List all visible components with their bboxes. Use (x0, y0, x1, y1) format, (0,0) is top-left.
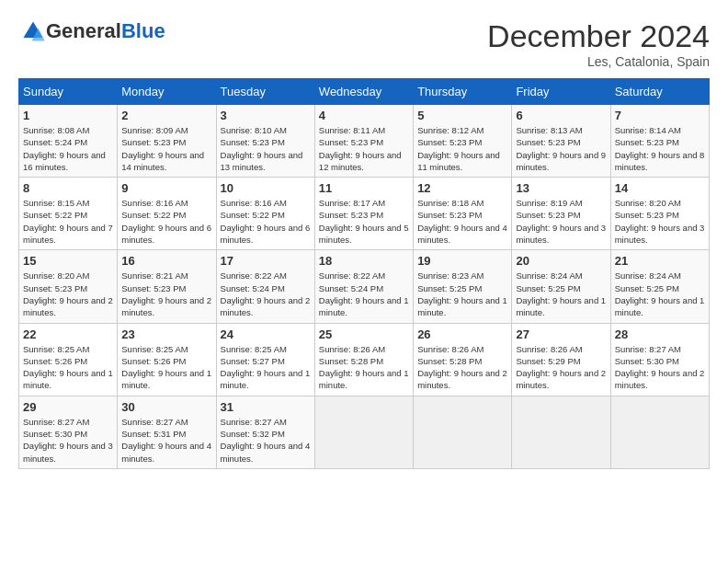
weekday-header-monday: Monday (118, 79, 216, 105)
day-info: Sunrise: 8:21 AM Sunset: 5:23 PM Dayligh… (121, 270, 211, 318)
calendar-cell: 16Sunrise: 8:21 AM Sunset: 5:23 PM Dayli… (118, 250, 216, 323)
calendar-cell: 7Sunrise: 8:14 AM Sunset: 5:23 PM Daylig… (610, 105, 709, 178)
calendar-cell: 26Sunrise: 8:26 AM Sunset: 5:28 PM Dayli… (414, 323, 512, 396)
day-number: 10 (221, 181, 311, 195)
calendar-cell: 29Sunrise: 8:27 AM Sunset: 5:30 PM Dayli… (19, 396, 118, 468)
calendar-cell: 24Sunrise: 8:25 AM Sunset: 5:27 PM Dayli… (216, 323, 314, 396)
calendar-cell: 10Sunrise: 8:16 AM Sunset: 5:22 PM Dayli… (216, 178, 314, 250)
calendar-cell: 12Sunrise: 8:18 AM Sunset: 5:23 PM Dayli… (414, 178, 512, 250)
calendar-cell: 9Sunrise: 8:16 AM Sunset: 5:22 PM Daylig… (118, 178, 216, 250)
calendar-cell: 14Sunrise: 8:20 AM Sunset: 5:23 PM Dayli… (610, 178, 709, 250)
logo: GeneralBlue (18, 18, 165, 44)
calendar-week-row: 15Sunrise: 8:20 AM Sunset: 5:23 PM Dayli… (19, 250, 710, 323)
calendar-cell: 2Sunrise: 8:09 AM Sunset: 5:23 PM Daylig… (118, 105, 216, 178)
day-number: 20 (516, 254, 606, 268)
day-number: 29 (23, 400, 113, 414)
calendar-cell: 13Sunrise: 8:19 AM Sunset: 5:23 PM Dayli… (512, 178, 610, 250)
day-number: 9 (121, 181, 211, 195)
day-info: Sunrise: 8:16 AM Sunset: 5:22 PM Dayligh… (221, 197, 311, 246)
day-number: 7 (615, 109, 705, 122)
day-info: Sunrise: 8:10 AM Sunset: 5:23 PM Dayligh… (221, 124, 311, 173)
calendar-cell: 6Sunrise: 8:13 AM Sunset: 5:23 PM Daylig… (512, 105, 610, 178)
day-number: 31 (221, 400, 311, 414)
day-info: Sunrise: 8:25 AM Sunset: 5:26 PM Dayligh… (23, 343, 113, 392)
day-number: 26 (417, 327, 507, 341)
calendar-cell: 15Sunrise: 8:20 AM Sunset: 5:23 PM Dayli… (19, 250, 118, 323)
day-info: Sunrise: 8:26 AM Sunset: 5:29 PM Dayligh… (516, 343, 606, 392)
day-info: Sunrise: 8:24 AM Sunset: 5:25 PM Dayligh… (615, 270, 705, 318)
day-number: 30 (121, 400, 211, 414)
day-number: 28 (615, 327, 705, 341)
calendar-cell: 17Sunrise: 8:22 AM Sunset: 5:24 PM Dayli… (216, 250, 314, 323)
weekday-header-saturday: Saturday (610, 79, 709, 105)
logo-icon (20, 18, 46, 44)
day-info: Sunrise: 8:27 AM Sunset: 5:30 PM Dayligh… (615, 343, 705, 392)
calendar-cell (610, 396, 709, 468)
day-info: Sunrise: 8:26 AM Sunset: 5:28 PM Dayligh… (319, 343, 409, 392)
day-info: Sunrise: 8:26 AM Sunset: 5:28 PM Dayligh… (417, 343, 507, 392)
day-number: 12 (417, 181, 507, 195)
calendar-cell: 11Sunrise: 8:17 AM Sunset: 5:23 PM Dayli… (314, 178, 413, 250)
day-number: 6 (516, 109, 606, 122)
calendar-week-row: 22Sunrise: 8:25 AM Sunset: 5:26 PM Dayli… (19, 323, 710, 396)
day-number: 5 (417, 109, 507, 122)
calendar-cell: 28Sunrise: 8:27 AM Sunset: 5:30 PM Dayli… (610, 323, 709, 396)
day-info: Sunrise: 8:20 AM Sunset: 5:23 PM Dayligh… (23, 270, 113, 318)
calendar-cell: 23Sunrise: 8:25 AM Sunset: 5:26 PM Dayli… (118, 323, 216, 396)
calendar-cell: 1Sunrise: 8:08 AM Sunset: 5:24 PM Daylig… (19, 105, 118, 178)
calendar-cell (314, 396, 413, 468)
calendar-cell: 22Sunrise: 8:25 AM Sunset: 5:26 PM Dayli… (19, 323, 118, 396)
day-info: Sunrise: 8:19 AM Sunset: 5:23 PM Dayligh… (516, 197, 606, 246)
day-number: 17 (221, 254, 311, 268)
calendar-cell: 8Sunrise: 8:15 AM Sunset: 5:22 PM Daylig… (19, 178, 118, 250)
calendar-cell: 30Sunrise: 8:27 AM Sunset: 5:31 PM Dayli… (118, 396, 216, 468)
day-number: 13 (516, 181, 606, 195)
day-info: Sunrise: 8:16 AM Sunset: 5:22 PM Dayligh… (121, 197, 211, 246)
day-number: 15 (23, 254, 113, 268)
calendar-cell: 19Sunrise: 8:23 AM Sunset: 5:25 PM Dayli… (414, 250, 512, 323)
day-number: 23 (121, 327, 211, 341)
calendar-cell (414, 396, 512, 468)
day-number: 22 (23, 327, 113, 341)
day-number: 4 (319, 109, 409, 122)
month-title: December 2024 (487, 18, 710, 54)
calendar-cell: 4Sunrise: 8:11 AM Sunset: 5:23 PM Daylig… (314, 105, 413, 178)
calendar-week-row: 1Sunrise: 8:08 AM Sunset: 5:24 PM Daylig… (19, 105, 710, 178)
day-info: Sunrise: 8:22 AM Sunset: 5:24 PM Dayligh… (221, 270, 311, 318)
day-info: Sunrise: 8:25 AM Sunset: 5:27 PM Dayligh… (221, 343, 311, 392)
day-number: 21 (615, 254, 705, 268)
calendar-table: SundayMondayTuesdayWednesdayThursdayFrid… (18, 78, 710, 469)
day-number: 8 (23, 181, 113, 195)
calendar-week-row: 29Sunrise: 8:27 AM Sunset: 5:30 PM Dayli… (19, 396, 710, 468)
day-info: Sunrise: 8:13 AM Sunset: 5:23 PM Dayligh… (516, 124, 606, 173)
day-info: Sunrise: 8:15 AM Sunset: 5:22 PM Dayligh… (23, 197, 113, 246)
day-number: 25 (319, 327, 409, 341)
day-info: Sunrise: 8:27 AM Sunset: 5:30 PM Dayligh… (23, 416, 113, 465)
day-info: Sunrise: 8:25 AM Sunset: 5:26 PM Dayligh… (121, 343, 211, 392)
day-number: 1 (23, 109, 113, 122)
day-info: Sunrise: 8:11 AM Sunset: 5:23 PM Dayligh… (319, 124, 409, 173)
day-number: 19 (417, 254, 507, 268)
title-block: December 2024 Les, Catalonia, Spain (487, 18, 710, 69)
logo-general: General (46, 19, 121, 42)
page-header: GeneralBlue December 2024 Les, Catalonia… (18, 18, 710, 69)
calendar-cell (512, 396, 610, 468)
day-number: 11 (319, 181, 409, 195)
calendar-cell: 18Sunrise: 8:22 AM Sunset: 5:24 PM Dayli… (314, 250, 413, 323)
day-info: Sunrise: 8:08 AM Sunset: 5:24 PM Dayligh… (23, 124, 113, 173)
calendar-cell: 3Sunrise: 8:10 AM Sunset: 5:23 PM Daylig… (216, 105, 314, 178)
day-info: Sunrise: 8:14 AM Sunset: 5:23 PM Dayligh… (615, 124, 705, 173)
day-info: Sunrise: 8:22 AM Sunset: 5:24 PM Dayligh… (319, 270, 409, 318)
weekday-header-thursday: Thursday (414, 79, 512, 105)
day-number: 14 (615, 181, 705, 195)
day-info: Sunrise: 8:27 AM Sunset: 5:31 PM Dayligh… (121, 416, 211, 465)
day-info: Sunrise: 8:20 AM Sunset: 5:23 PM Dayligh… (615, 197, 705, 246)
day-info: Sunrise: 8:24 AM Sunset: 5:25 PM Dayligh… (516, 270, 606, 318)
calendar-week-row: 8Sunrise: 8:15 AM Sunset: 5:22 PM Daylig… (19, 178, 710, 250)
weekday-header-sunday: Sunday (19, 79, 118, 105)
day-number: 27 (516, 327, 606, 341)
location: Les, Catalonia, Spain (487, 54, 710, 69)
calendar-cell: 20Sunrise: 8:24 AM Sunset: 5:25 PM Dayli… (512, 250, 610, 323)
day-info: Sunrise: 8:27 AM Sunset: 5:32 PM Dayligh… (221, 416, 311, 465)
logo-blue: Blue (121, 19, 165, 42)
